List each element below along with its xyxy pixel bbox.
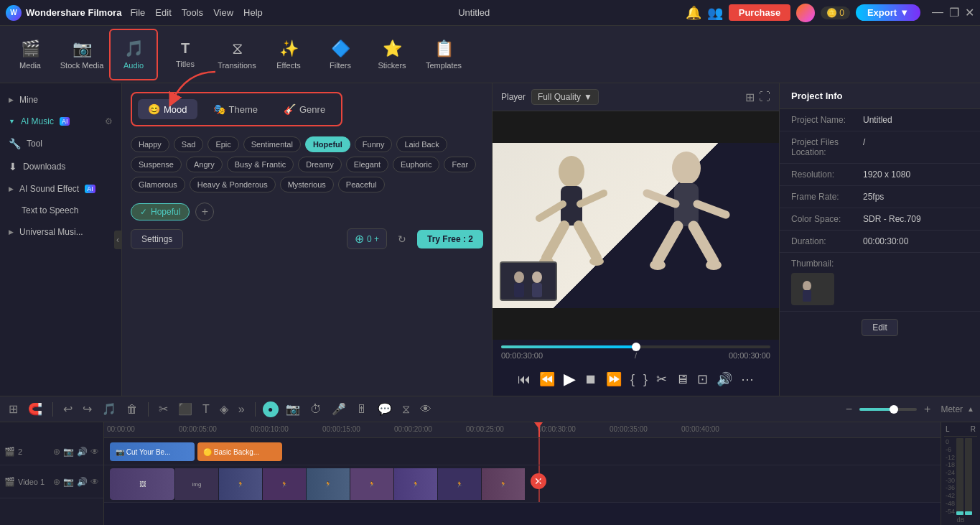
video1-volume-icon[interactable]: 🔊 (77, 477, 88, 487)
tag-funny[interactable]: Funny (355, 136, 393, 152)
settings-circle-icon[interactable]: ⚙ (105, 116, 113, 126)
tag-glamorous[interactable]: Glamorous (131, 177, 185, 192)
tag-sentimental[interactable]: Sentimental (243, 136, 301, 152)
tag-elegant[interactable]: Elegant (346, 157, 388, 172)
video2-eye-icon[interactable]: 👁 (90, 447, 99, 457)
video1-eye-icon[interactable]: 👁 (90, 477, 99, 487)
zoom-in-button[interactable]: + (921, 401, 933, 417)
quality-select[interactable]: Full Quality ▼ (531, 89, 599, 105)
sidebar-item-ai-music[interactable]: ▼ AI Music AI ⚙ (0, 111, 121, 132)
image-thumb-7[interactable]: 🏃 (394, 468, 437, 500)
frame-back-button[interactable]: ⏪ (539, 371, 555, 387)
tab-theme[interactable]: 🎭 Theme (203, 99, 268, 119)
clip-cut-your-be[interactable]: 📷 Cut Your Be... (110, 442, 195, 461)
tag-mysterious[interactable]: Mysterious (280, 177, 334, 192)
settings-button[interactable]: Settings (131, 229, 183, 249)
maximize-button[interactable]: ❐ (949, 6, 959, 19)
toolbar-titles[interactable]: T Titles (161, 29, 210, 80)
progress-knob[interactable] (632, 343, 640, 351)
mark-in-button[interactable]: { (630, 372, 635, 387)
mark-out-button[interactable]: } (643, 372, 648, 387)
menu-view[interactable]: View (213, 7, 233, 18)
toolbar-media[interactable]: 🎬 Media (6, 29, 55, 80)
sidebar-item-mine[interactable]: ▶ Mine (0, 89, 121, 111)
close-button[interactable]: ✕ (965, 6, 974, 19)
play-button[interactable]: ▶ (564, 370, 576, 389)
toolbar-stickers[interactable]: ⭐ Stickers (368, 29, 416, 80)
screen-record-button[interactable]: 🖥 (676, 372, 689, 387)
refresh-button[interactable]: ↻ (393, 230, 411, 248)
zoom-knob[interactable] (890, 405, 898, 414)
undo-button[interactable]: ↩ (60, 401, 75, 417)
purchase-button[interactable]: Purchase (729, 4, 791, 21)
image-thumb-9[interactable]: 🏃 (482, 468, 525, 500)
eye-button[interactable]: 👁 (417, 401, 434, 417)
tag-euphoric[interactable]: Euphoric (393, 157, 439, 172)
toolbar-filters[interactable]: 🔷 Filters (316, 29, 365, 80)
tag-heavy-ponderous[interactable]: Heavy & Ponderous (190, 177, 276, 192)
tag-busy-frantic[interactable]: Busy & Frantic (227, 157, 294, 172)
sidebar-item-downloads[interactable]: ⬇ Downloads (0, 155, 121, 178)
crop-tool[interactable]: ⬛ (175, 401, 195, 417)
text-tool[interactable]: T (200, 401, 213, 417)
image-thumb-8[interactable]: 🏃 (438, 468, 481, 500)
tag-hopeful[interactable]: Hopeful (305, 136, 350, 152)
try-free-button[interactable]: Try Free : 2 (417, 230, 483, 248)
toolbar-audio[interactable]: 🎵 Audio (109, 29, 158, 80)
tag-fear[interactable]: Fear (444, 157, 476, 172)
transition-quick[interactable]: ⧖ (399, 401, 413, 417)
crop-button[interactable]: ⊡ (697, 371, 708, 387)
video2-volume-icon[interactable]: 🔊 (77, 447, 88, 457)
tab-genre[interactable]: 🎸 Genre (274, 99, 335, 119)
menu-help[interactable]: Help (243, 7, 263, 18)
volume-button[interactable]: 🔊 (717, 371, 732, 387)
add-audio-button[interactable]: 🎵 (99, 401, 119, 417)
more-options-button[interactable]: ⋯ (741, 371, 754, 387)
toolbar-transitions[interactable]: ⧖ Transitions (213, 29, 261, 80)
tag-peaceful[interactable]: Peaceful (338, 177, 385, 192)
tag-epic[interactable]: Epic (207, 136, 238, 152)
tag-sad[interactable]: Sad (174, 136, 204, 152)
playhead[interactable] (538, 422, 540, 437)
add-tag-button[interactable]: + (195, 203, 214, 221)
tab-mood[interactable]: 😊 Mood (138, 99, 197, 119)
speed-button[interactable]: ⏱ (307, 401, 325, 417)
tag-happy[interactable]: Happy (131, 136, 169, 152)
image-thumb-4[interactable]: 🏃 (263, 468, 306, 500)
track-type-icon[interactable]: ⊞ (6, 401, 21, 417)
video2-camera-icon[interactable]: 📷 (63, 447, 74, 457)
subtitle-button[interactable]: 💬 (375, 401, 395, 417)
sidebar-item-text-to-speech[interactable]: Text to Speech (0, 200, 121, 221)
minimize-button[interactable]: — (932, 6, 943, 19)
sidebar-item-tool[interactable]: 🔧 Tool (0, 132, 121, 155)
audio-mix-button[interactable]: 🎚 (353, 401, 370, 417)
video1-camera-icon[interactable]: 📷 (63, 477, 74, 487)
image-thumb-5[interactable]: 🏃 (307, 468, 350, 500)
keyframe-tool[interactable]: ◈ (217, 401, 231, 417)
image-thumb-2[interactable]: img (175, 468, 218, 500)
zoom-out-button[interactable]: − (843, 401, 855, 417)
image-thumb-6[interactable]: 🏃 (350, 468, 393, 500)
zoom-track[interactable] (859, 408, 917, 411)
sidebar-collapse-button[interactable]: ‹ (114, 231, 121, 249)
video2-layer-icon[interactable]: ⊕ (53, 447, 60, 457)
camera-button[interactable]: 📷 (283, 401, 303, 417)
skip-back-button[interactable]: ⏮ (518, 372, 531, 387)
clip-basic-backg[interactable]: 🟡 Basic Backg... (197, 442, 282, 461)
toolbar-templates[interactable]: 📋 Templates (419, 29, 468, 80)
grid-view-icon[interactable]: ⊞ (745, 90, 755, 104)
notification-icon[interactable]: 🔔 (686, 5, 701, 21)
sidebar-item-ai-sound-effect[interactable]: ▶ AI Sound Effect AI (0, 178, 121, 200)
menu-tools[interactable]: Tools (182, 7, 203, 18)
tag-dreamy[interactable]: Dreamy (298, 157, 342, 172)
image-thumb-1[interactable]: 🖼 (110, 468, 174, 500)
toolbar-stock-media[interactable]: 📷 Stock Media (57, 29, 106, 80)
record-button[interactable]: ● (263, 401, 279, 417)
frame-forward-button[interactable]: ⏩ (606, 371, 622, 387)
more-tools[interactable]: » (235, 401, 248, 417)
progress-track[interactable] (501, 345, 770, 348)
tag-suspense[interactable]: Suspense (131, 157, 182, 172)
export-button[interactable]: Export ▼ (856, 4, 920, 21)
edit-button[interactable]: Edit (862, 319, 898, 336)
voice-button[interactable]: 🎤 (329, 401, 349, 417)
